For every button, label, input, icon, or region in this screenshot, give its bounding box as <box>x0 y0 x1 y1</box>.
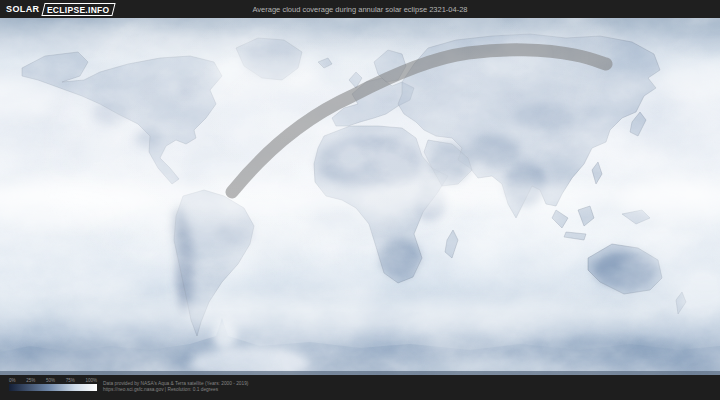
page-title: Average cloud coverage during annular so… <box>252 5 467 14</box>
world-cloud-map <box>0 18 720 375</box>
cloud-map-canvas <box>0 18 720 375</box>
legend-tick-25: 25% <box>26 378 35 384</box>
legend-tick-75: 75% <box>66 378 75 384</box>
logo-box: ECLIPSE.INFO <box>41 3 115 16</box>
logo-text-eclipse-info: ECLIPSE.INFO <box>47 4 110 14</box>
cloud-coverage-legend: 0% 25% 50% 75% 100% <box>9 378 97 391</box>
credit-line-1: Data provided by NASA's Aqua & Terra sat… <box>103 381 248 387</box>
app-window: SOLAR ECLIPSE.INFO Average cloud coverag… <box>0 0 720 400</box>
legend-tick-0: 0% <box>9 378 16 384</box>
data-credits: Data provided by NASA's Aqua & Terra sat… <box>103 381 248 393</box>
header-bar: SOLAR ECLIPSE.INFO Average cloud coverag… <box>0 0 720 18</box>
footer-bar: 0% 25% 50% 75% 100% Data provided by NAS… <box>0 375 720 400</box>
site-logo[interactable]: SOLAR ECLIPSE.INFO <box>6 0 113 18</box>
legend-tick-100: 100% <box>85 378 97 384</box>
legend-tick-50: 50% <box>46 378 55 384</box>
legend-gradient-bar <box>9 384 97 391</box>
credit-line-2[interactable]: https://neo.sci.gsfc.nasa.gov | Resoluti… <box>103 387 248 393</box>
logo-text-solar: SOLAR <box>6 4 40 14</box>
